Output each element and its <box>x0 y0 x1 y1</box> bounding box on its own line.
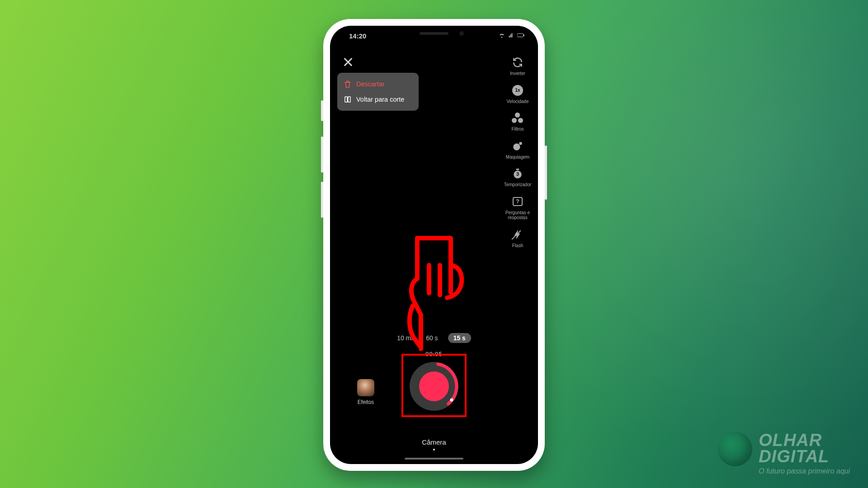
tool-label: Filtros <box>511 127 524 132</box>
phone-side-button <box>321 100 323 121</box>
wifi-icon <box>498 32 505 40</box>
discard-label: Descartar <box>356 80 385 88</box>
mode-camera-label: Câmera <box>422 438 446 446</box>
record-progress-arc <box>410 362 458 411</box>
tool-label: Temporizador <box>504 182 532 188</box>
svg-point-5 <box>519 142 522 145</box>
status-time: 14:20 <box>349 32 366 40</box>
phone-side-button <box>321 182 323 218</box>
svg-point-10 <box>450 399 453 402</box>
mode-indicator-dot <box>433 449 435 450</box>
watermark-brand-line1: OLHAR <box>759 432 850 448</box>
watermark-globe-icon <box>718 432 752 466</box>
tool-makeup[interactable]: Maquiagem <box>500 139 535 160</box>
discard-popup: Descartar Voltar para corte <box>337 73 419 111</box>
svg-rect-0 <box>517 33 524 37</box>
back-to-cut-option[interactable]: Voltar para corte <box>339 92 417 107</box>
tool-filters[interactable]: Filtros <box>500 111 535 132</box>
flash-off-icon <box>511 228 524 241</box>
duration-option-15s-selected[interactable]: 15 s <box>448 333 471 343</box>
back-to-cut-label: Voltar para corte <box>356 96 404 103</box>
tool-timer[interactable]: 3 Temporizador <box>500 167 535 188</box>
status-bar: 14:20 <box>330 26 538 44</box>
duration-option-60s[interactable]: 60 s <box>426 334 438 342</box>
tool-label: Velocidade <box>507 99 529 104</box>
question-icon: ? <box>511 195 524 208</box>
tool-flash[interactable]: Flash <box>500 228 535 249</box>
svg-rect-1 <box>524 34 524 36</box>
phone-frame: 14:20 Descartar <box>323 19 545 471</box>
tool-label: Maquiagem <box>506 155 529 160</box>
watermark-brand-line2: DIGITAL <box>759 448 850 465</box>
watermark: OLHAR DIGITAL O futuro passa primeiro aq… <box>718 432 850 475</box>
trash-icon <box>344 80 352 88</box>
svg-rect-3 <box>348 97 350 102</box>
signal-icon <box>508 32 515 40</box>
tool-qa[interactable]: ? Perguntas e respostas <box>500 195 535 221</box>
phone-side-button <box>321 136 323 173</box>
tool-label: Flash <box>512 243 523 249</box>
home-indicator <box>405 458 463 460</box>
svg-rect-7 <box>516 169 519 170</box>
bottom-mode-nav[interactable]: Câmera <box>330 438 538 450</box>
filters-icon <box>511 111 524 125</box>
effects-thumbnail <box>357 379 374 396</box>
svg-point-4 <box>513 143 520 150</box>
makeup-icon <box>511 139 524 153</box>
timer-icon: 3 <box>511 167 524 180</box>
speed-icon: 1x <box>511 84 524 97</box>
svg-rect-2 <box>345 97 347 102</box>
discard-option[interactable]: Descartar <box>339 76 417 92</box>
duration-picker: 10 min 60 s 15 s <box>397 333 471 343</box>
tool-label: Perguntas e respostas <box>500 210 535 221</box>
record-button[interactable] <box>410 362 458 411</box>
watermark-tagline: O futuro passa primeiro aqui <box>759 467 850 475</box>
tool-rail: Inverter 1x Velocidade Filtros Maquiagem <box>500 56 535 248</box>
svg-point-9 <box>410 362 458 411</box>
phone-side-button <box>545 145 547 200</box>
refresh-icon <box>511 56 524 69</box>
cut-icon <box>344 95 352 103</box>
tool-invert[interactable]: Inverter <box>500 56 535 76</box>
close-button[interactable] <box>342 56 354 68</box>
phone-screen: 14:20 Descartar <box>330 26 538 464</box>
tool-label: Inverter <box>510 71 525 76</box>
effects-label: Efeitos <box>358 399 374 405</box>
tool-speed[interactable]: 1x Velocidade <box>500 84 535 104</box>
battery-icon <box>517 32 524 40</box>
duration-option-10min[interactable]: 10 min <box>397 334 416 342</box>
svg-text:3: 3 <box>516 171 519 177</box>
effects-button[interactable]: Efeitos <box>357 379 374 405</box>
